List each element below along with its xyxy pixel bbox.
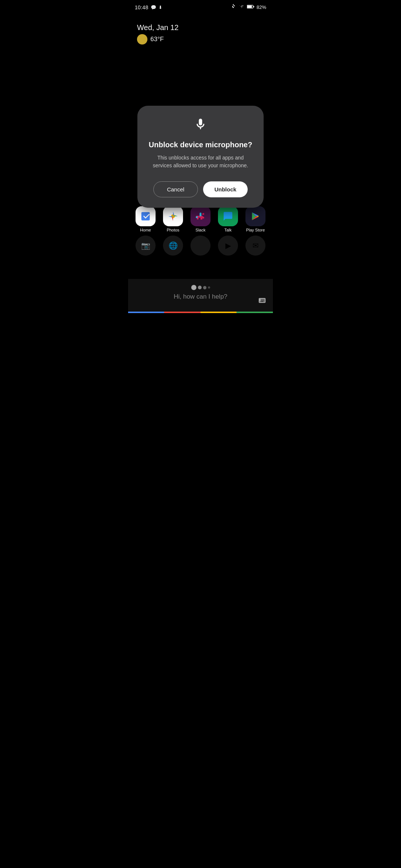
unblock-button[interactable]: Unblock — [203, 181, 248, 197]
dialog-title: Unblock device microphone? — [148, 140, 253, 149]
dialog-message: This unblocks access for all apps and se… — [148, 154, 253, 170]
cancel-button[interactable]: Cancel — [153, 181, 198, 197]
navigation-bar — [128, 312, 273, 313]
dialog-buttons: Cancel Unblock — [148, 181, 253, 197]
unblock-dialog: Unblock device microphone? This unblocks… — [137, 106, 264, 208]
dialog-mic-icon — [148, 118, 253, 132]
dialog-overlay: Unblock device microphone? This unblocks… — [128, 0, 273, 313]
